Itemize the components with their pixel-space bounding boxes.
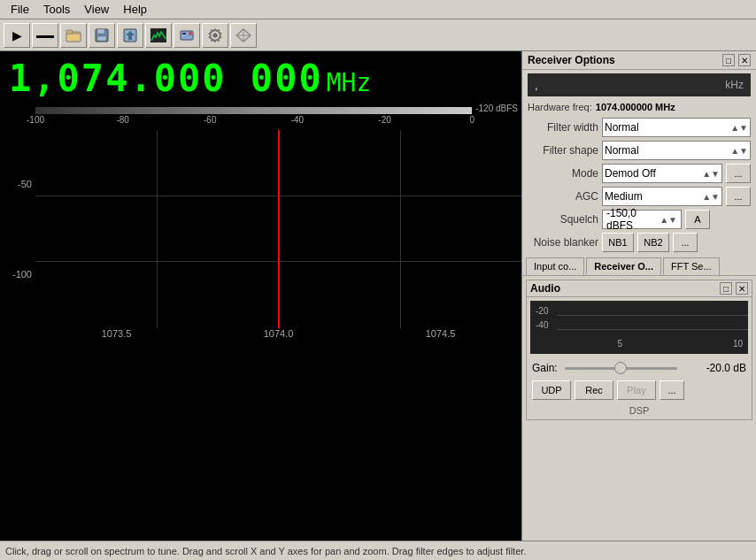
mode-value: Demod Off (605, 167, 656, 180)
mode-label: Mode (528, 167, 598, 180)
export-button[interactable] (117, 23, 143, 48)
filter-shape-value: Normal (605, 144, 639, 157)
agc-value: Medium (605, 190, 643, 203)
frequency-display: 1,074.000 000 MHz (0, 51, 521, 102)
filter-shape-row: Filter shape Normal ▲▼ (522, 139, 756, 162)
filter-shape-arrow: ▲▼ (730, 146, 748, 156)
spectrum-scale[interactable]: -50 -100 (0, 130, 521, 328)
x-axis: 1073.5 1074.0 1074.5 (0, 328, 521, 342)
svg-rect-4 (97, 29, 104, 34)
status-text: Click, drag or scroll on spectrum to tun… (5, 546, 526, 556)
y-label-50: -50 (4, 179, 32, 189)
khz-unit: kHz (725, 79, 744, 91)
mode-arrow: ▲▼ (702, 169, 720, 179)
nb1-button[interactable]: NB1 (602, 233, 634, 252)
gain-label: Gain: (532, 362, 558, 374)
settings-button[interactable] (202, 23, 228, 48)
frequency-unit: MHz (327, 68, 372, 97)
hw-freq-row: Hardware freq: 1074.000000 MHz (522, 100, 756, 116)
play-button[interactable]: Play (617, 380, 656, 400)
spectrum-canvas[interactable] (35, 130, 521, 328)
x-label-1: 1073.5 (102, 328, 132, 339)
svg-rect-2 (66, 30, 73, 34)
receiver-options-title: Receiver Options (528, 54, 615, 66)
filter-shape-label: Filter shape (528, 144, 598, 157)
gain-row: Gain: -20.0 dB (527, 357, 752, 379)
record-button[interactable]: ▬▬ (32, 23, 58, 48)
open-button[interactable] (60, 23, 87, 48)
dsp-label: DSP (527, 403, 752, 419)
audio-buttons-row: UDP Rec Play ... (527, 379, 752, 403)
panel-minimize-button[interactable]: □ (722, 54, 735, 66)
mode-select[interactable]: Demod Off ▲▼ (602, 164, 722, 183)
menu-file[interactable]: File (4, 1, 36, 18)
squelch-a-button[interactable]: A (685, 210, 710, 229)
play-button[interactable]: ▶ (4, 23, 30, 48)
audio-vu-meter: -20 -40 5 10 (530, 301, 748, 354)
svg-rect-1 (66, 34, 81, 42)
menu-help[interactable]: Help (116, 1, 154, 18)
audio-dots-button[interactable]: ... (660, 380, 684, 400)
squelch-input[interactable]: -150,0 dBFS ▲▼ (602, 210, 682, 229)
udp-button[interactable]: UDP (532, 380, 571, 400)
gain-slider-thumb[interactable] (614, 362, 627, 374)
khz-display[interactable]: , kHz (528, 73, 751, 96)
menu-view[interactable]: View (77, 1, 116, 18)
mode-dots-button[interactable]: ... (726, 164, 751, 183)
audio-panel-header: Audio □ ✕ (527, 280, 752, 297)
filter-shape-select[interactable]: Normal ▲▼ (602, 141, 751, 160)
x-label-2: 1074.0 (264, 328, 294, 339)
mode-row: Mode Demod Off ▲▼ ... (522, 162, 756, 185)
svg-point-11 (189, 32, 192, 35)
squelch-label: Squelch (528, 213, 598, 226)
waterfall[interactable] (0, 342, 521, 541)
save-button[interactable] (89, 23, 115, 48)
audio-minimize-button[interactable]: □ (720, 282, 732, 295)
menu-tools[interactable]: Tools (36, 1, 77, 18)
x-label-3: 1074.5 (426, 328, 456, 339)
audio-panel-controls: □ ✕ (720, 282, 748, 295)
nb2-button[interactable]: NB2 (637, 233, 669, 252)
squelch-value: -150,0 dBFS (606, 207, 660, 232)
vu-label-minus20: -20 (536, 306, 548, 316)
vu-line-2 (557, 329, 748, 330)
y-label-100: -100 (4, 269, 32, 280)
statusbar: Click, drag or scroll on spectrum to tun… (0, 541, 756, 560)
device-button[interactable] (174, 23, 200, 48)
vu-label-10: 10 (733, 339, 743, 349)
nb-row: Noise blanker NB1 NB2 ... (522, 231, 756, 254)
gain-slider[interactable] (565, 361, 677, 375)
dbfs-label-40: -40 (291, 115, 304, 125)
menubar: File Tools View Help (0, 0, 756, 19)
audio-title: Audio (530, 282, 560, 295)
dbfs-label-0: 0 (469, 115, 474, 125)
nb-dots-button[interactable]: ... (673, 233, 698, 252)
spectrum-button[interactable] (145, 23, 172, 48)
khz-value: , (535, 79, 538, 92)
nb-label: Noise blanker (528, 236, 598, 249)
tab-input-config[interactable]: Input co... (526, 257, 584, 275)
filter-width-select[interactable]: Normal ▲▼ (602, 118, 751, 137)
panel-controls: □ ✕ (722, 54, 751, 66)
svg-point-12 (213, 33, 218, 37)
agc-select[interactable]: Medium ▲▼ (602, 187, 722, 206)
squelch-row: Squelch -150,0 dBFS ▲▼ A (522, 208, 756, 231)
vu-line-1 (557, 315, 748, 316)
gain-value: -20.0 dB (684, 362, 746, 374)
panel-close-button[interactable]: ✕ (738, 54, 751, 66)
agc-label: AGC (528, 190, 598, 203)
tuning-line (278, 130, 280, 328)
vu-label-minus40: -40 (536, 320, 548, 330)
spectrum-area[interactable]: 1,074.000 000 MHz -100 -80 -60 -40 -20 0… (0, 51, 521, 541)
tab-receiver-options[interactable]: Receiver O... (586, 257, 661, 275)
svg-rect-10 (182, 33, 186, 35)
tab-fft-settings[interactable]: FFT Se... (663, 257, 720, 275)
rec-button[interactable]: Rec (575, 380, 613, 400)
network-button[interactable] (230, 23, 257, 48)
agc-dots-button[interactable]: ... (726, 187, 751, 206)
grid-v-3 (400, 130, 401, 328)
y-axis: -50 -100 (0, 130, 35, 328)
audio-close-button[interactable]: ✕ (736, 282, 748, 295)
dbfs-scale: -100 -80 -60 -40 -20 0 -120 dBFS (0, 102, 521, 130)
audio-panel: Audio □ ✕ -20 -40 5 10 Gain: (526, 280, 752, 420)
